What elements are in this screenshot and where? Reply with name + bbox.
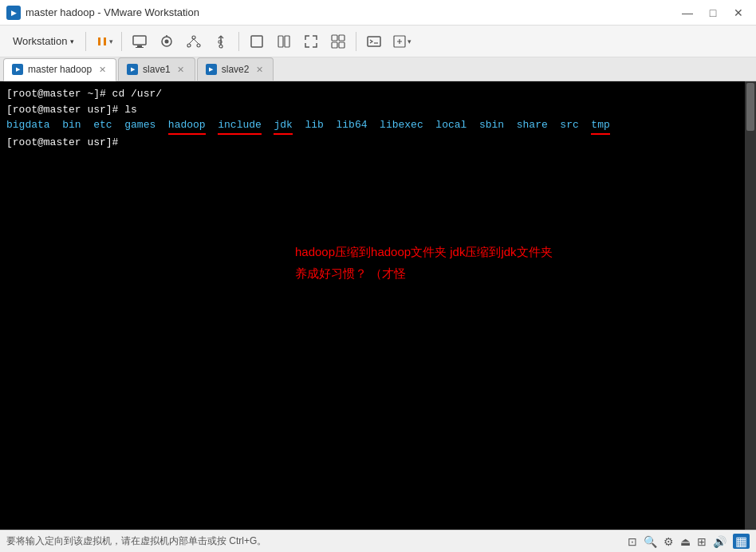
pause-icon (95, 34, 109, 49)
minimize-button[interactable]: — (676, 4, 699, 22)
pause-dropdown: ▾ (109, 37, 113, 45)
workstation-menu[interactable]: Workstation ▾ (6, 32, 81, 50)
tab-master-hadoop-label: master hadoop (28, 64, 92, 75)
terminal-annotation: hadoop压缩到hadoop文件夹 jdk压缩到jdk文件夹 养成好习惯？ （… (295, 241, 553, 284)
svg-point-12 (219, 45, 222, 48)
fullscreen-icon (303, 34, 319, 49)
svg-rect-15 (285, 36, 289, 47)
title-bar: master hadoop - VMware Workstation — □ ✕ (0, 0, 756, 26)
toolbar-separator-2 (121, 32, 122, 51)
svg-line-11 (194, 39, 199, 44)
svg-rect-3 (137, 45, 142, 47)
network-status-icon[interactable]: ⊞ (697, 535, 707, 548)
svg-rect-13 (251, 36, 262, 47)
view-single-icon (276, 34, 292, 49)
status-icons: ⊡ 🔍 ⚙ ⏏ ⊞ 🔊 ▦ (628, 534, 750, 549)
svg-point-8 (187, 44, 191, 47)
terminal-line-3: bigdata bin etc games hadoop include jdk… (6, 117, 738, 135)
tab-slave1-label: slave1 (143, 64, 171, 75)
view-single-button[interactable] (271, 29, 297, 54)
network-button[interactable] (181, 29, 207, 54)
view-normal-button[interactable] (244, 29, 270, 54)
svg-point-9 (197, 44, 200, 47)
title-bar-left: master hadoop - VMware Workstation (6, 6, 199, 20)
tab-master-hadoop-close[interactable]: ✕ (96, 64, 108, 75)
settings-icon[interactable]: ⚙ (663, 535, 674, 548)
terminal-scrollbar[interactable] (745, 81, 756, 530)
tab-slave1-icon (127, 64, 138, 75)
terminal-line-1: [root@master ~]# cd /usr/ (6, 86, 738, 102)
svg-rect-16 (332, 35, 337, 41)
monitor-icon (132, 34, 148, 49)
fullscreen-button[interactable] (298, 29, 324, 54)
terminal-container[interactable]: [root@master ~]# cd /usr/ [root@master u… (0, 81, 756, 530)
annotation-line-1: hadoop压缩到hadoop文件夹 jdk压缩到jdk文件夹 (295, 241, 553, 262)
tab-slave1[interactable]: slave1 ✕ (118, 57, 195, 81)
status-bar: 要将输入定向到该虚拟机，请在虚拟机内部单击或按 Ctrl+G。 ⊡ 🔍 ⚙ ⏏ … (0, 530, 756, 552)
console-icon (366, 34, 382, 49)
pause-button[interactable]: ▾ (91, 29, 116, 54)
fit-button[interactable]: ▾ (388, 29, 414, 54)
workstation-dropdown-arrow: ▾ (70, 37, 74, 45)
usb-button[interactable] (208, 29, 234, 54)
tab-slave2[interactable]: slave2 ✕ (197, 57, 274, 81)
annotation-line-2: 养成好习惯？ （才怪 (295, 262, 553, 284)
svg-point-7 (192, 36, 195, 39)
tab-slave2-close[interactable]: ✕ (254, 64, 265, 75)
unity-button[interactable] (325, 29, 351, 54)
usb-icon (213, 34, 229, 49)
svg-rect-1 (104, 37, 106, 45)
svg-rect-2 (133, 36, 146, 45)
terminal-line-2: [root@master usr]# ls (6, 102, 738, 118)
tab-master-hadoop-icon (12, 64, 23, 75)
toolbar: Workstation ▾ ▾ (0, 26, 756, 57)
tab-slave2-icon (206, 64, 217, 75)
toolbar-separator-4 (356, 32, 356, 51)
svg-rect-14 (278, 36, 283, 47)
title-bar-controls: — □ ✕ (676, 4, 750, 22)
svg-rect-17 (339, 35, 345, 41)
unity-icon (330, 34, 346, 49)
tab-master-hadoop[interactable]: master hadoop ✕ (3, 58, 116, 81)
workstation-label: Workstation (13, 35, 67, 47)
console-button[interactable] (361, 29, 387, 54)
maximize-button[interactable]: □ (702, 4, 724, 22)
tabs-bar: master hadoop ✕ slave1 ✕ slave2 ✕ (0, 57, 756, 81)
vmware-icon (6, 6, 21, 20)
fit-icon (392, 34, 408, 49)
close-button[interactable]: ✕ (727, 4, 750, 22)
view-normal-icon (249, 34, 265, 49)
fit-dropdown: ▾ (408, 37, 411, 45)
stretch-icon[interactable]: ⊡ (628, 535, 637, 548)
snapshot-button[interactable] (154, 29, 179, 54)
tab-slave1-close[interactable]: ✕ (175, 64, 187, 75)
snapshot-icon (159, 34, 175, 49)
tab-slave2-label: slave2 (222, 64, 250, 75)
scrollbar-thumb[interactable] (746, 83, 754, 131)
status-message: 要将输入定向到该虚拟机，请在虚拟机内部单击或按 Ctrl+G。 (6, 534, 266, 548)
vm-status-icon[interactable]: ▦ (733, 534, 750, 549)
svg-rect-20 (368, 37, 380, 46)
terminal-content[interactable]: [root@master ~]# cd /usr/ [root@master u… (0, 81, 745, 530)
zoom-icon[interactable]: 🔍 (644, 535, 657, 548)
svg-rect-18 (332, 42, 337, 48)
svg-rect-4 (136, 47, 144, 48)
window-title: master hadoop - VMware Workstation (26, 6, 199, 18)
svg-rect-0 (98, 37, 100, 45)
svg-point-6 (165, 39, 169, 43)
toolbar-separator-1 (85, 32, 86, 51)
toolbar-separator-3 (238, 32, 239, 51)
usb-status-icon[interactable]: ⏏ (680, 535, 691, 548)
svg-rect-19 (339, 42, 345, 48)
svg-line-10 (189, 39, 194, 44)
vm-settings-button[interactable] (127, 29, 152, 54)
sound-icon[interactable]: 🔊 (713, 535, 726, 548)
network-icon (186, 34, 202, 49)
terminal-line-4: [root@master usr]# (6, 135, 738, 151)
